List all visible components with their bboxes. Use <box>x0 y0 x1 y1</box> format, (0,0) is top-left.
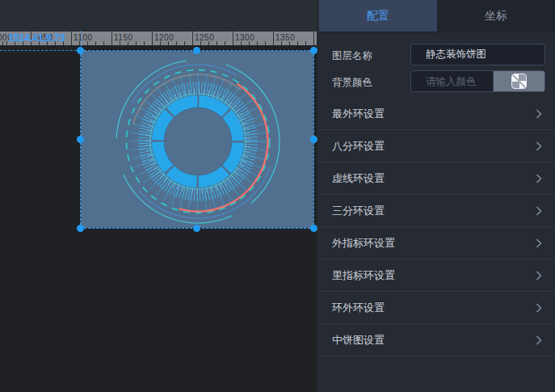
ruler-label: 1300 <box>235 33 254 42</box>
ruler-label: 1250 <box>195 33 214 42</box>
selection-handle-w[interactable] <box>77 136 84 143</box>
ruler-label: 1150 <box>114 33 133 42</box>
section-outermost-ring[interactable]: 最外环设置 <box>319 98 555 130</box>
section-center-pie[interactable]: 中饼图设置 <box>319 324 555 356</box>
section-label: 环外环设置 <box>332 301 385 315</box>
chevron-right-icon <box>536 206 542 216</box>
section-label: 外指标环设置 <box>332 236 395 251</box>
transparent-swatch-icon <box>511 74 527 89</box>
selection-handle-sw[interactable] <box>77 225 84 232</box>
alignment-guide-horizontal <box>0 50 81 51</box>
section-eight-part-ring[interactable]: 八分环设置 <box>319 130 555 162</box>
eight-segment-donut-ring <box>157 100 239 183</box>
section-outer-indicator-ring[interactable]: 外指标环设置 <box>319 227 555 259</box>
chevron-right-icon <box>536 174 542 183</box>
layer-name-input[interactable] <box>410 44 545 65</box>
selection-handle-nw[interactable] <box>77 47 84 54</box>
ruler-label: 1100 <box>74 33 93 42</box>
section-label: 中饼图设置 <box>332 333 385 348</box>
tab-config[interactable]: 配置 <box>319 0 437 32</box>
selection-handle-ne[interactable] <box>310 47 317 54</box>
color-picker-button[interactable] <box>494 70 545 92</box>
selection-handle-n[interactable] <box>193 47 200 54</box>
center-hole <box>164 107 232 175</box>
section-three-part-ring[interactable]: 三分环设置 <box>319 195 555 227</box>
selection-handle-se[interactable] <box>310 225 317 232</box>
section-ring-outer-ring[interactable]: 环外环设置 <box>319 292 555 324</box>
chevron-right-icon <box>536 271 542 280</box>
canvas-area[interactable]: 1000 1050 1100 1150 1200 1250 1300 1350 … <box>0 0 319 392</box>
chevron-right-icon <box>536 109 542 119</box>
section-label: 八分环设置 <box>332 139 385 154</box>
tab-coordinates[interactable]: 坐标 <box>437 0 555 32</box>
background-color-label: 背景颜色 <box>332 76 372 90</box>
section-label: 最外环设置 <box>332 107 385 121</box>
section-inner-indicator-ring[interactable]: 里指标环设置 <box>319 259 555 292</box>
app-root: 1000 1050 1100 1150 1200 1250 1300 1350 … <box>0 0 555 392</box>
layer-name-label: 图层名称 <box>332 49 372 63</box>
selected-widget-decorative-pie[interactable] <box>81 51 313 228</box>
selection-handle-e[interactable] <box>310 136 317 143</box>
chevron-right-icon <box>536 303 542 313</box>
background-color-input[interactable] <box>410 70 494 92</box>
settings-list: 最外环设置 八分环设置 虚线环设置 三分环设置 外指标环设置 里指标环设置 <box>319 98 555 356</box>
section-label: 三分环设置 <box>332 204 385 218</box>
selection-handle-s[interactable] <box>193 225 200 232</box>
decorative-pie-chart <box>81 51 313 228</box>
canvas-top-strip <box>0 0 319 32</box>
panel-tabs: 配置 坐标 <box>319 0 555 32</box>
mouse-coordinates-label: 1514.41,9.73 <box>8 32 65 44</box>
chevron-right-icon <box>536 238 542 248</box>
section-label: 里指标环设置 <box>332 268 395 283</box>
chevron-right-icon <box>536 141 542 151</box>
section-label: 虚线环设置 <box>332 171 385 186</box>
tick-ring-long <box>140 83 256 200</box>
ruler-label: 1350 <box>275 33 295 42</box>
chevron-right-icon <box>536 335 542 345</box>
ruler-label: 1200 <box>154 33 174 42</box>
section-dashed-ring[interactable]: 虚线环设置 <box>319 162 555 195</box>
config-panel: 配置 坐标 图层名称 背景颜色 最外环设置 八分环设置 虚线环设置 <box>319 0 555 392</box>
